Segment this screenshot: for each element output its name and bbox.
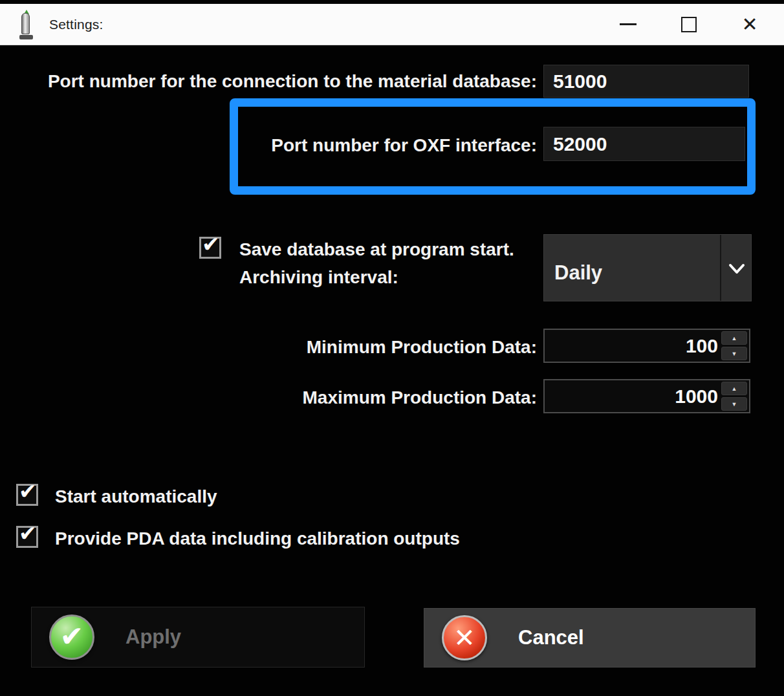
provide-pda-label: Provide PDA data including calibration o… [55, 525, 460, 552]
max-production-spinner: ▲ ▼ [543, 379, 750, 413]
min-production-increment-button[interactable]: ▲ [721, 331, 747, 345]
oxf-port-label: Port number for OXF interface: [0, 135, 537, 156]
spinner-up-icon: ▲ [732, 386, 737, 392]
max-production-label: Maximum Production Data: [0, 387, 537, 408]
min-production-label: Minimum Production Data: [0, 337, 537, 358]
titlebar: Settings: ✕ [0, 4, 784, 45]
provide-pda-checkbox[interactable]: ✔ [16, 526, 38, 548]
close-icon: ✕ [741, 15, 757, 34]
cancel-x-icon: ✕ [442, 615, 487, 660]
maximize-icon [681, 17, 697, 32]
minimize-button[interactable] [617, 14, 639, 36]
checkbox-check-icon: ✔ [19, 480, 37, 503]
archiving-interval-label: Archiving interval: [239, 263, 514, 291]
app-icon [19, 10, 34, 39]
min-production-spinner: ▲ ▼ [543, 329, 750, 363]
start-automatically-label: Start automatically [55, 483, 217, 510]
max-production-increment-button[interactable]: ▲ [721, 382, 747, 395]
apply-button-label: Apply [125, 625, 181, 649]
apply-button[interactable]: ✔ Apply [31, 607, 365, 668]
spinner-down-icon: ▼ [732, 351, 737, 357]
min-production-decrement-button[interactable]: ▼ [721, 347, 747, 360]
settings-window: Settings: ✕ Port number for the connecti… [0, 0, 784, 696]
save-database-checkbox[interactable]: ✔ [199, 237, 221, 259]
checkbox-check-icon: ✔ [19, 522, 37, 545]
close-button[interactable]: ✕ [739, 14, 761, 36]
apply-check-icon: ✔ [49, 614, 94, 660]
window-title: Settings: [49, 17, 103, 32]
archiving-interval-value: Daily [554, 261, 602, 285]
material-db-port-label: Port number for the connection to the ma… [0, 71, 537, 92]
save-database-label-line1: Save database at program start. [239, 235, 514, 263]
dropdown-separator [720, 235, 721, 301]
material-db-port-input[interactable] [543, 65, 749, 98]
chevron-down-icon [728, 263, 745, 277]
min-production-input[interactable] [546, 331, 718, 360]
save-database-label: Save database at program start. Archivin… [239, 235, 514, 291]
spinner-down-icon: ▼ [732, 401, 737, 408]
cancel-button-label: Cancel [518, 626, 584, 649]
archiving-interval-dropdown[interactable]: Daily [543, 234, 752, 301]
minimize-icon [620, 23, 637, 25]
oxf-port-input[interactable] [543, 127, 745, 161]
checkbox-check-icon: ✔ [202, 233, 220, 256]
max-production-input[interactable] [546, 382, 718, 411]
cancel-button[interactable]: ✕ Cancel [424, 608, 756, 668]
max-production-decrement-button[interactable]: ▼ [721, 397, 747, 411]
spinner-up-icon: ▲ [732, 335, 737, 342]
start-automatically-checkbox[interactable]: ✔ [16, 484, 38, 506]
maximize-button[interactable] [678, 14, 700, 36]
window-controls: ✕ [617, 14, 784, 36]
